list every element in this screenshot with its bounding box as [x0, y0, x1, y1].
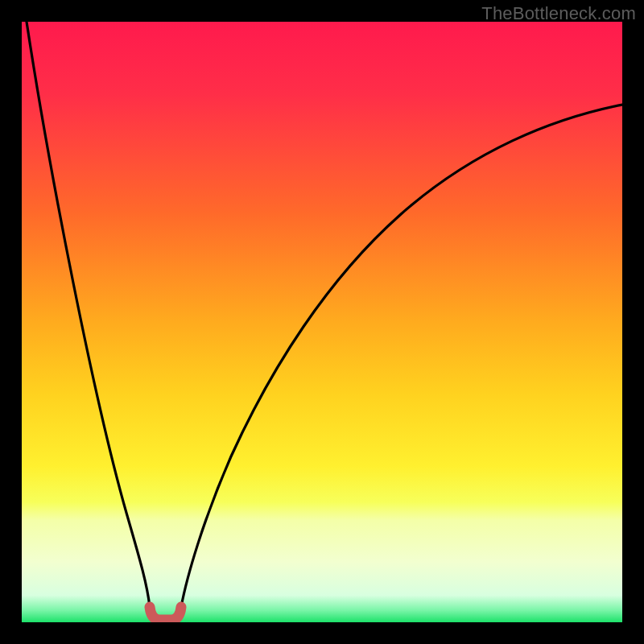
curve-left-branch	[27, 22, 150, 607]
curve-layer	[22, 22, 622, 622]
outer-frame: TheBottleneck.com	[0, 0, 644, 644]
u-marker	[150, 607, 181, 620]
plot-area	[22, 22, 622, 622]
curve-right-branch	[181, 105, 622, 607]
